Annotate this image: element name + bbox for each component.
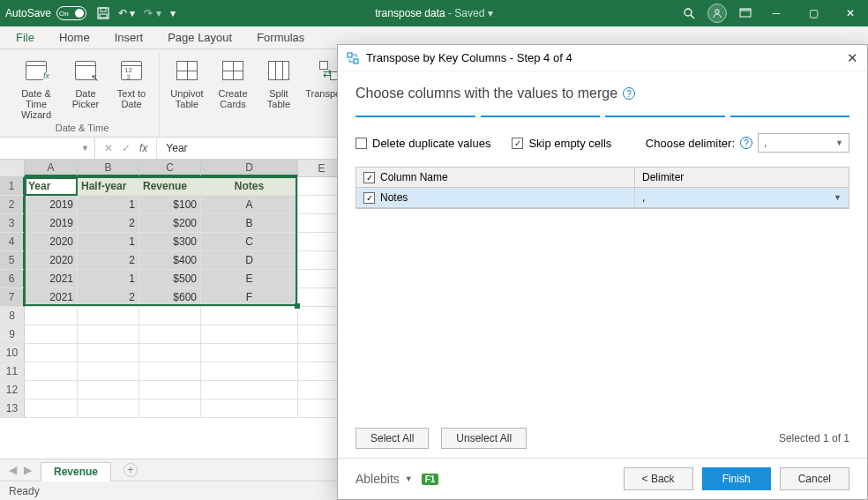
- cell[interactable]: [78, 325, 139, 344]
- help-icon[interactable]: ?: [740, 137, 752, 149]
- cancel-formula-icon[interactable]: ✕: [104, 142, 113, 154]
- cell[interactable]: [25, 344, 78, 362]
- row-delimiter-select[interactable]: , ▼: [635, 188, 849, 207]
- cancel-button[interactable]: Cancel: [780, 467, 849, 490]
- fx-icon[interactable]: fx: [139, 142, 147, 154]
- row-header[interactable]: 12: [0, 381, 25, 399]
- column-header[interactable]: A: [25, 160, 78, 176]
- cell[interactable]: $300: [139, 233, 201, 251]
- cell[interactable]: [25, 325, 78, 344]
- accept-formula-icon[interactable]: ✓: [122, 142, 131, 154]
- cell[interactable]: [201, 362, 298, 381]
- cell[interactable]: $200: [139, 214, 201, 233]
- cell[interactable]: [78, 307, 139, 325]
- brand-label[interactable]: Ablebits ▼: [355, 472, 413, 486]
- row-header[interactable]: 8: [0, 307, 25, 325]
- checkbox-icon[interactable]: ✓: [363, 172, 375, 183]
- text-to-date-button[interactable]: 123 Text to Date: [109, 53, 153, 109]
- row-header[interactable]: 5: [0, 251, 25, 270]
- cell[interactable]: 2: [78, 214, 139, 233]
- cell[interactable]: 1: [78, 233, 139, 251]
- search-icon[interactable]: [683, 7, 695, 19]
- selection-handle[interactable]: [295, 303, 300, 309]
- cell[interactable]: [139, 344, 201, 362]
- row-header[interactable]: 13: [0, 399, 25, 418]
- cell[interactable]: 2: [78, 288, 139, 307]
- create-cards-button[interactable]: Create Cards: [211, 53, 255, 109]
- cell[interactable]: [139, 381, 201, 399]
- cell[interactable]: $400: [139, 251, 201, 270]
- qat-overflow-icon[interactable]: ▾: [170, 7, 176, 19]
- cell[interactable]: Notes: [201, 177, 298, 196]
- maximize-button[interactable]: ▢: [801, 7, 826, 19]
- delete-duplicates-checkbox[interactable]: Delete duplicate values: [355, 137, 490, 150]
- tab-home[interactable]: Home: [59, 31, 90, 44]
- name-box-dropdown-icon[interactable]: ▼: [81, 144, 89, 153]
- cell[interactable]: [139, 307, 201, 325]
- cell[interactable]: Revenue: [139, 177, 201, 196]
- column-header[interactable]: D: [201, 160, 298, 176]
- row-header[interactable]: 9: [0, 325, 25, 344]
- cell[interactable]: Half-year: [78, 177, 139, 196]
- back-button[interactable]: < Back: [624, 467, 693, 490]
- cell[interactable]: C: [201, 233, 298, 251]
- row-header[interactable]: 10: [0, 344, 25, 362]
- cell[interactable]: [139, 399, 201, 418]
- cell[interactable]: [139, 362, 201, 381]
- row-header[interactable]: 7: [0, 288, 25, 307]
- ribbon-display-icon[interactable]: [739, 8, 752, 19]
- row-header[interactable]: 11: [0, 362, 25, 381]
- cell[interactable]: $100: [139, 196, 201, 214]
- cell[interactable]: D: [201, 251, 298, 270]
- cell[interactable]: [201, 381, 298, 399]
- cell[interactable]: F: [201, 288, 298, 307]
- date-time-wizard-button[interactable]: fx Date & Time Wizard: [11, 53, 62, 120]
- cell[interactable]: [25, 362, 78, 381]
- title-dropdown-icon[interactable]: ▾: [488, 7, 493, 19]
- tab-page-layout[interactable]: Page Layout: [168, 31, 232, 44]
- cell[interactable]: B: [201, 214, 298, 233]
- cell[interactable]: A: [201, 196, 298, 214]
- row-header[interactable]: 2: [0, 196, 25, 214]
- select-all-cell[interactable]: [0, 160, 25, 176]
- split-table-button[interactable]: Split Table: [257, 53, 301, 109]
- unpivot-table-button[interactable]: Unpivot Table: [165, 53, 209, 109]
- cell[interactable]: [25, 381, 78, 399]
- cell[interactable]: [201, 344, 298, 362]
- cell[interactable]: Year: [25, 177, 78, 196]
- close-button[interactable]: ✕: [838, 7, 863, 19]
- column-header-name[interactable]: ✓ Column Name: [356, 168, 635, 187]
- row-header[interactable]: 4: [0, 233, 25, 251]
- formula-input[interactable]: Year: [157, 142, 196, 154]
- dialog-close-button[interactable]: ✕: [847, 50, 858, 66]
- cell[interactable]: [78, 344, 139, 362]
- f1-help-button[interactable]: F1: [422, 474, 439, 485]
- tab-formulas[interactable]: Formulas: [257, 31, 304, 44]
- column-header[interactable]: B: [78, 160, 139, 176]
- date-picker-button[interactable]: ↖ Date Picker: [64, 53, 108, 109]
- cell[interactable]: [78, 362, 139, 381]
- cell[interactable]: [25, 307, 78, 325]
- cell[interactable]: 2021: [25, 288, 78, 307]
- minimize-button[interactable]: ─: [764, 7, 789, 19]
- cell[interactable]: $600: [139, 288, 201, 307]
- account-avatar[interactable]: [707, 4, 727, 23]
- column-row-notes[interactable]: ✓ Notes , ▼: [356, 188, 849, 208]
- cell[interactable]: [139, 325, 201, 344]
- delimiter-select[interactable]: , ▼: [758, 133, 849, 153]
- cell[interactable]: $500: [139, 270, 201, 288]
- add-sheet-button[interactable]: +: [123, 463, 138, 477]
- cell[interactable]: 2: [78, 251, 139, 270]
- save-icon[interactable]: [97, 7, 109, 19]
- cell[interactable]: [201, 307, 298, 325]
- row-header[interactable]: 3: [0, 214, 25, 233]
- cell[interactable]: 2019: [25, 214, 78, 233]
- name-box[interactable]: ▼: [0, 138, 95, 159]
- cell[interactable]: [201, 399, 298, 418]
- autosave-control[interactable]: AutoSave On: [5, 6, 86, 20]
- cell[interactable]: 2020: [25, 251, 78, 270]
- sheet-nav-next-icon[interactable]: ▶: [24, 464, 32, 476]
- select-all-button[interactable]: Select All: [355, 428, 429, 449]
- cell[interactable]: [78, 399, 139, 418]
- row-header[interactable]: 6: [0, 270, 25, 288]
